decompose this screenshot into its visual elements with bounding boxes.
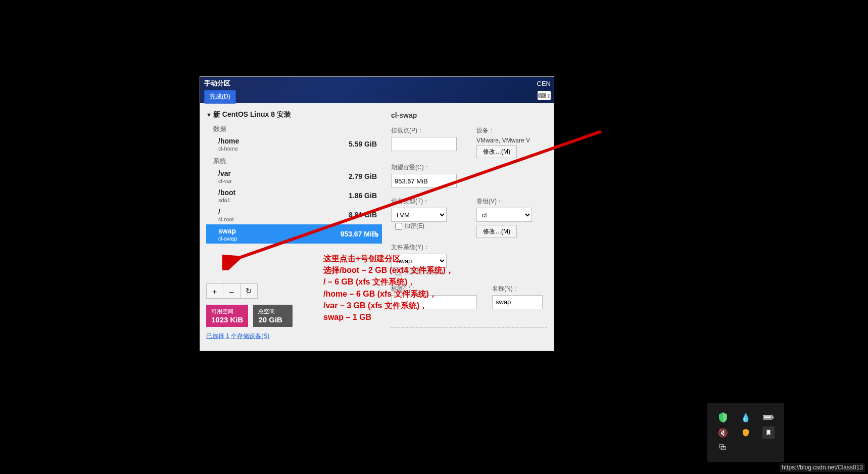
reload-button[interactable]: ↻: [240, 283, 258, 299]
device-value: VMware, VMware V: [476, 137, 547, 144]
device-label: cl-swap: [218, 235, 237, 242]
size-label: 953.67 MiB: [341, 230, 377, 238]
device-label: cl-root: [218, 216, 234, 222]
header-right-text: CEN: [537, 80, 551, 87]
svg-rect-4: [773, 416, 774, 418]
detail-title: cl-swap: [391, 111, 547, 119]
size-label: 5.59 GiB: [349, 140, 377, 148]
keyboard-layout-indicator[interactable]: ⌨ c: [538, 91, 551, 100]
capacity-label: 期望容量(C)：: [391, 163, 461, 172]
bookmark-icon[interactable]: [762, 426, 775, 439]
modify-vg-button[interactable]: 修改…(M): [476, 225, 517, 238]
device-label: cl-home: [218, 146, 239, 152]
encrypt-checkbox[interactable]: [395, 223, 402, 230]
fs-label: 文件系统(Y)：: [391, 243, 461, 252]
partition-details: cl-swap 挂载点(P)： 设备： VMware, VMware V 修改……: [382, 103, 554, 351]
security-icon[interactable]: [717, 411, 729, 423]
mount-label: /: [218, 208, 220, 216]
size-label: 8.81 GiB: [349, 211, 377, 219]
add-partition-button[interactable]: +: [206, 283, 223, 299]
encrypt-label: 加密(E): [404, 222, 424, 230]
left-bottom: + – ↻ 可用空间 1023 KiB 总空间 20 GiB 已选择 1 个存储…: [206, 278, 382, 346]
task-view-icon[interactable]: [716, 442, 729, 454]
mountpoint-label: 挂载点(P)：: [391, 126, 461, 135]
name-field-label: 名称(N)：: [492, 285, 547, 293]
device-label: 设备：: [476, 126, 547, 135]
install-heading[interactable]: 新 CentOS Linux 8 安装: [206, 108, 382, 121]
capacity-input[interactable]: [391, 174, 457, 188]
total-value: 20 GiB: [258, 315, 287, 324]
volume-mute-icon[interactable]: 🔇: [717, 426, 729, 439]
vg-select[interactable]: cl: [476, 208, 532, 222]
mount-label: /var: [218, 169, 231, 177]
free-space-box: 可用空间 1023 KiB: [206, 305, 248, 327]
partition-action-buttons: + – ↻: [206, 283, 377, 299]
droplet-icon[interactable]: 💧: [740, 411, 752, 423]
name-input[interactable]: [492, 295, 543, 309]
reformat-checkbox: [395, 269, 402, 276]
size-label: 2.79 GiB: [349, 172, 377, 180]
body: 新 CentOS Linux 8 安装 数据 /home cl-home 5.5…: [200, 103, 554, 351]
free-value: 1023 KiB: [211, 315, 243, 324]
device-type-select[interactable]: LVM: [391, 208, 447, 222]
reformat-label: 重新格式化(O): [404, 268, 443, 276]
battery-icon[interactable]: [762, 411, 775, 423]
installer-window: 手动分区 完成(D) CEN ⌨ c 新 CentOS Linux 8 安装 数…: [200, 77, 554, 351]
space-summary: 可用空间 1023 KiB 总空间 20 GiB: [206, 305, 377, 327]
partition-row-swap[interactable]: swap cl-swap 953.67 MiB: [206, 224, 382, 244]
svg-rect-3: [764, 416, 772, 419]
remove-partition-button[interactable]: –: [223, 283, 240, 299]
label-field-label: 标签(L)：: [391, 285, 477, 293]
free-label: 可用空间: [211, 308, 243, 315]
mountpoint-input[interactable]: [391, 137, 457, 151]
size-label: 1.86 GiB: [349, 192, 377, 200]
total-label: 总空间: [258, 308, 287, 315]
partition-row-boot[interactable]: /boot sda1 1.86 GiB: [206, 186, 382, 205]
label-input[interactable]: [391, 295, 477, 309]
status-url: https://blog.csdn.net/Class013: [780, 463, 865, 472]
mount-label: swap: [218, 227, 236, 235]
category-system: 系统: [213, 157, 382, 166]
category-data: 数据: [213, 124, 382, 133]
storage-devices-link[interactable]: 已选择 1 个存储设备(S): [206, 333, 269, 340]
device-type-label: 设备类型(T)：: [391, 197, 461, 206]
done-button[interactable]: 完成(D): [204, 90, 236, 104]
partition-row-root[interactable]: / cl-root 8.81 GiB: [206, 205, 382, 224]
system-tray-flyout: 💧 🔇: [707, 403, 784, 462]
partition-tree: 新 CentOS Linux 8 安装 数据 /home cl-home 5.5…: [200, 103, 382, 351]
window-header: 手动分区 完成(D) CEN ⌨ c: [200, 77, 554, 103]
page-title: 手动分区: [204, 79, 550, 88]
divider: [391, 327, 547, 328]
device-label: sda1: [218, 197, 235, 203]
total-space-box: 总空间 20 GiB: [253, 305, 293, 327]
shield-warning-icon[interactable]: [740, 426, 752, 439]
vg-label: 卷组(V)：: [476, 197, 547, 206]
partition-row-var[interactable]: /var cl-var 2.79 GiB: [206, 167, 382, 186]
partition-row-home[interactable]: /home cl-home 5.59 GiB: [206, 134, 382, 154]
fs-select[interactable]: swap: [391, 254, 447, 268]
mount-label: /boot: [218, 188, 235, 197]
device-label: cl-var: [218, 178, 232, 184]
mount-label: /home: [218, 137, 239, 145]
modify-disk-button[interactable]: 修改…(M): [476, 145, 517, 158]
